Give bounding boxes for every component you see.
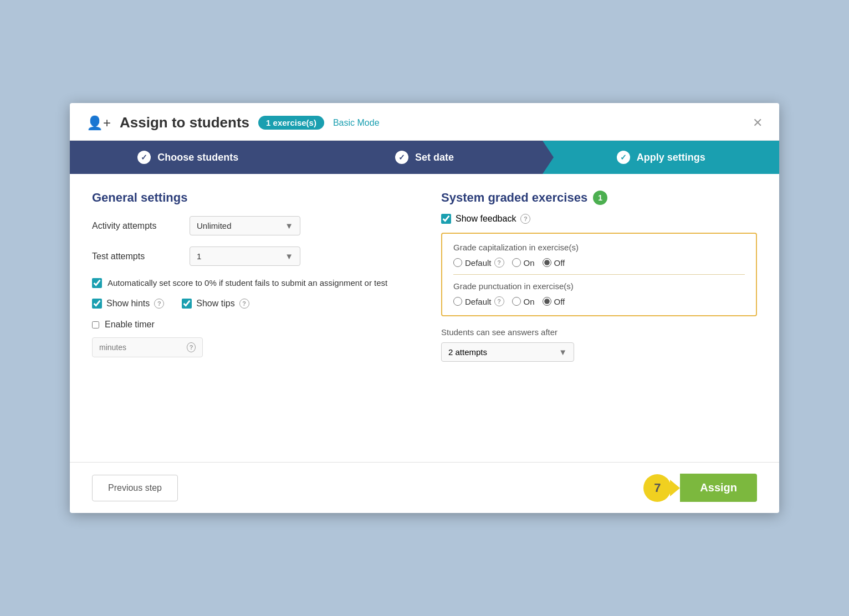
- answers-after-arrow: ▼: [559, 347, 567, 357]
- general-settings-panel: General settings Activity attempts Unlim…: [92, 191, 408, 445]
- system-graded-count: 1: [593, 191, 607, 205]
- show-hints-checkbox[interactable]: [92, 299, 102, 309]
- step1-label: Choose students: [157, 152, 238, 163]
- modal-title: Assign to students: [120, 114, 249, 131]
- grade-box: Grade capitalization in exercise(s) Defa…: [441, 233, 757, 316]
- mode-label: Basic Mode: [333, 118, 380, 128]
- step2-check: ✓: [395, 151, 408, 164]
- timer-input[interactable]: [99, 343, 182, 352]
- show-feedback-row: Show feedback ?: [441, 214, 757, 224]
- show-hints-help-icon[interactable]: ?: [154, 299, 164, 309]
- enable-timer-row: Enable timer: [92, 320, 408, 330]
- enable-timer-checkbox[interactable]: [92, 321, 99, 328]
- modal: 👤+ Assign to students 1 exercise(s) Basi…: [70, 103, 779, 513]
- activity-attempts-value: Unlimited: [197, 221, 232, 230]
- step-set-date[interactable]: ✓ Set date: [306, 141, 543, 174]
- grade-cap-default-label: Default: [465, 258, 492, 268]
- system-graded-title: System graded exercises: [441, 191, 587, 205]
- auto-score-text: Automatically set score to 0% if student…: [108, 277, 387, 289]
- grade-cap-off-radio[interactable]: [543, 258, 551, 267]
- assign-icon: 👤+: [86, 115, 111, 131]
- grade-cap-radio-row: Default ? On Off: [453, 258, 745, 268]
- grade-cap-label: Grade capitalization in exercise(s): [453, 243, 745, 252]
- step2-label: Set date: [415, 152, 454, 163]
- hints-tips-row: Show hints ? Show tips ?: [92, 299, 408, 309]
- grade-cap-off: Off: [543, 258, 565, 268]
- grade-divider: [453, 274, 745, 275]
- steps-bar: ✓ Choose students ✓ Set date ✓ Apply set…: [70, 141, 779, 174]
- auto-score-row: Automatically set score to 0% if student…: [92, 277, 408, 289]
- test-attempts-arrow: ▼: [285, 251, 293, 261]
- assign-button[interactable]: Assign: [680, 474, 757, 502]
- step-choose-students[interactable]: ✓ Choose students: [70, 141, 306, 174]
- answers-after-select[interactable]: 2 attempts ▼: [441, 342, 574, 362]
- enable-timer-label: Enable timer: [105, 320, 155, 330]
- grade-punct-radio-row: Default ? On Off: [453, 296, 745, 306]
- show-tips-label: Show tips: [196, 299, 234, 309]
- grade-cap-on-radio[interactable]: [512, 258, 521, 267]
- grade-punct-on-radio[interactable]: [512, 297, 521, 306]
- step-apply-settings[interactable]: ✓ Apply settings: [543, 141, 779, 174]
- grade-punct-on-label: On: [524, 297, 535, 306]
- close-button[interactable]: ✕: [753, 117, 763, 129]
- timer-help-icon[interactable]: ?: [187, 342, 196, 352]
- step3-check: ✓: [617, 151, 630, 164]
- grade-cap-on: On: [512, 258, 535, 268]
- grade-punct-off-radio[interactable]: [543, 297, 551, 306]
- auto-score-checkbox[interactable]: [92, 278, 102, 288]
- activity-attempts-row: Activity attempts Unlimited ▼: [92, 216, 408, 235]
- grade-punct-label: Grade punctuation in exercise(s): [453, 281, 745, 291]
- show-feedback-help-icon[interactable]: ?: [520, 214, 530, 224]
- modal-footer: Previous step 7 Assign: [70, 462, 779, 513]
- activity-attempts-arrow: ▼: [285, 221, 293, 230]
- grade-punct-off: Off: [543, 297, 565, 306]
- previous-step-button[interactable]: Previous step: [92, 475, 178, 501]
- general-settings-title: General settings: [92, 191, 408, 205]
- test-attempts-label: Test attempts: [92, 251, 181, 261]
- grade-punct-on: On: [512, 297, 535, 306]
- system-graded-panel: System graded exercises 1 Show feedback …: [441, 191, 757, 445]
- grade-cap-default: Default ?: [453, 258, 504, 268]
- step-arrow-icon: [670, 480, 680, 496]
- show-feedback-label: Show feedback: [456, 214, 516, 224]
- modal-header: 👤+ Assign to students 1 exercise(s) Basi…: [70, 103, 779, 141]
- grade-cap-help-icon[interactable]: ?: [494, 258, 504, 268]
- test-attempts-row: Test attempts 1 ▼: [92, 247, 408, 266]
- show-hints-label: Show hints: [106, 299, 150, 309]
- show-hints-item: Show hints ?: [92, 299, 164, 309]
- step3-label: Apply settings: [637, 152, 705, 163]
- grade-punct-default-radio[interactable]: [453, 297, 462, 306]
- test-attempts-value: 1: [197, 251, 201, 261]
- modal-content: General settings Activity attempts Unlim…: [70, 174, 779, 462]
- timer-input-wrap: ?: [92, 337, 203, 357]
- show-tips-checkbox[interactable]: [182, 299, 192, 309]
- grade-cap-on-label: On: [524, 258, 535, 268]
- grade-punct-off-label: Off: [554, 297, 565, 306]
- system-graded-title-row: System graded exercises 1: [441, 191, 757, 205]
- step1-check: ✓: [137, 151, 151, 164]
- show-feedback-checkbox[interactable]: [441, 214, 451, 224]
- activity-attempts-select[interactable]: Unlimited ▼: [190, 216, 300, 235]
- grade-punct-help-icon[interactable]: ?: [494, 296, 504, 306]
- grade-punct-default: Default ?: [453, 296, 504, 306]
- grade-cap-default-radio[interactable]: [453, 258, 462, 267]
- answers-after-value: 2 attempts: [448, 347, 487, 357]
- step-number-badge: 7: [643, 474, 671, 502]
- test-attempts-select[interactable]: 1 ▼: [190, 247, 300, 266]
- grade-punct-default-label: Default: [465, 297, 492, 306]
- footer-right: 7 Assign: [643, 474, 757, 502]
- activity-attempts-label: Activity attempts: [92, 221, 181, 231]
- exercise-badge: 1 exercise(s): [258, 116, 324, 130]
- show-tips-item: Show tips ?: [182, 299, 249, 309]
- grade-cap-off-label: Off: [554, 258, 565, 268]
- answers-after-label: Students can see answers after: [441, 327, 757, 337]
- show-tips-help-icon[interactable]: ?: [239, 299, 249, 309]
